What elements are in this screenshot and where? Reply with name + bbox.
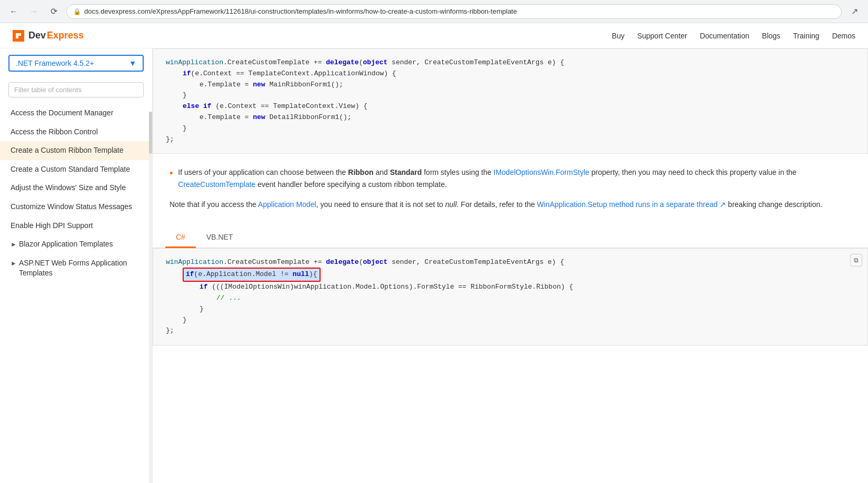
logo: DevExpress: [13, 30, 84, 42]
browser-bar: ← → ⟳ 🔒 docs.devexpress.com/eXpressAppFr…: [0, 0, 868, 23]
bold-standard: Standard: [390, 168, 422, 176]
reload-button[interactable]: ⟳: [46, 4, 61, 19]
code-line-3: if (((IModelOptionsWin)winApplication.Mo…: [166, 282, 855, 293]
bold-ribbon: Ribbon: [348, 168, 373, 176]
filter-input[interactable]: [8, 82, 144, 97]
nav-training[interactable]: Training: [793, 32, 820, 40]
sidebar-item-blazor[interactable]: ► Blazor Application Templates: [0, 235, 152, 254]
bullet-dot: •: [169, 166, 173, 181]
scrollbar-thumb: [149, 112, 152, 154]
version-label: .NET Framework 4.5.2+: [16, 59, 94, 67]
sidebar-item-high-dpi[interactable]: Enable High DPI Support: [0, 216, 152, 235]
link-createcustom[interactable]: CreateCustomTemplate: [178, 180, 255, 189]
code-line-1: winApplication.CreateCustomTemplate += d…: [166, 257, 855, 268]
version-button[interactable]: .NET Framework 4.5.2+ ▼: [8, 55, 144, 72]
bullet-point-1: • If users of your application can choos…: [169, 166, 851, 190]
lock-icon: 🔒: [73, 8, 81, 15]
chevron-down-icon: ▼: [129, 59, 136, 67]
nav-blogs[interactable]: Blogs: [762, 32, 781, 40]
bullet-text-1: If users of your application can choose …: [178, 166, 851, 190]
logo-dev: Dev: [28, 30, 46, 41]
version-selector: .NET Framework 4.5.2+ ▼: [8, 55, 144, 72]
nav-docs[interactable]: Documentation: [700, 32, 749, 40]
copy-button[interactable]: ⧉: [850, 254, 862, 267]
address-bar[interactable]: 🔒 docs.devexpress.com/eXpressAppFramewor…: [66, 4, 842, 19]
sidebar-item-ribbon-control[interactable]: Access the Ribbon Control: [0, 123, 152, 142]
back-button[interactable]: ←: [6, 4, 21, 19]
link-iformstyle[interactable]: IModelOptionsWin.FormStyle: [494, 168, 590, 176]
copy-icon: ⧉: [854, 257, 859, 264]
text-section: • If users of your application can choos…: [153, 154, 868, 223]
logo-express: Express: [47, 30, 84, 41]
sidebar-item-window-status[interactable]: Customize Window Status Messages: [0, 198, 152, 216]
sidebar-filter: [0, 78, 152, 104]
link-app-model[interactable]: Application Model: [258, 200, 316, 209]
code-block-bottom: ⧉ winApplication.CreateCustomTemplate +=…: [153, 248, 868, 346]
forward-button[interactable]: →: [26, 4, 41, 19]
sidebar-item-adjust-windows[interactable]: Adjust the Windows' Size and Style: [0, 179, 152, 198]
highlighted-line: if(e.Application.Model != null){: [183, 268, 321, 282]
logo-flag: [13, 30, 24, 42]
code-line-7: };: [166, 326, 855, 337]
content-area: winApplication.CreateCustomTemplate += d…: [153, 48, 868, 483]
sidebar-item-custom-ribbon[interactable]: Create a Custom Ribbon Template: [0, 141, 152, 160]
sidebar-scrollbar[interactable]: [149, 48, 152, 483]
nav-links: Buy Support Center Documentation Blogs T…: [612, 32, 855, 40]
main-layout: .NET Framework 4.5.2+ ▼ Access the Docum…: [0, 48, 868, 483]
sidebar: .NET Framework 4.5.2+ ▼ Access the Docum…: [0, 48, 153, 483]
share-button[interactable]: ↗: [847, 4, 862, 19]
link-setup-method[interactable]: WinApplication.Setup method runs in a se…: [537, 200, 726, 209]
code-line-2: if(e.Application.Model != null){: [166, 268, 855, 282]
code-block-top: winApplication.CreateCustomTemplate += d…: [153, 48, 868, 154]
note-text: Note that if you access the Application …: [169, 199, 851, 210]
nav-support[interactable]: Support Center: [637, 32, 687, 40]
tab-csharp[interactable]: C#: [165, 228, 196, 248]
tab-vbnet[interactable]: VB.NET: [196, 228, 244, 248]
nav-buy[interactable]: Buy: [612, 32, 624, 40]
scrollbar-track: [149, 112, 152, 483]
url-text: docs.devexpress.com/eXpressAppFramework/…: [84, 7, 835, 15]
top-nav: DevExpress Buy Support Center Documentat…: [0, 23, 868, 48]
italic-null: null: [445, 200, 457, 209]
nav-demos[interactable]: Demos: [832, 32, 855, 40]
code-tabs: C# VB.NET: [153, 228, 868, 248]
sidebar-item-aspnet[interactable]: ► ASP.NET Web Forms Application Template…: [0, 254, 152, 283]
sidebar-item-custom-standard[interactable]: Create a Custom Standard Template: [0, 160, 152, 179]
code-line-4: // ...: [166, 293, 855, 304]
code-line-6: }: [166, 315, 855, 326]
chevron-right-icon: ►: [11, 240, 17, 249]
chevron-right-icon-2: ►: [11, 259, 17, 268]
sidebar-item-doc-manager[interactable]: Access the Document Manager: [0, 104, 152, 123]
code-line-5: }: [166, 304, 855, 315]
